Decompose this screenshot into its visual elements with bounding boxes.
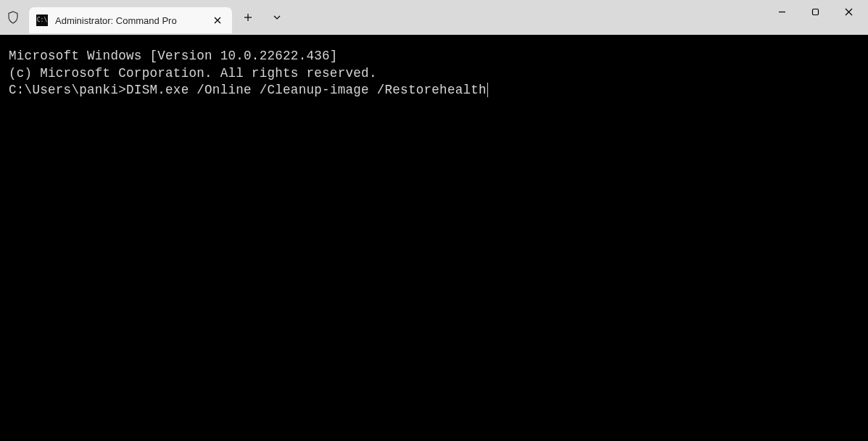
svg-rect-5 [812, 9, 818, 15]
text-cursor [487, 83, 489, 97]
prompt: C:\Users\panki> [9, 83, 126, 97]
tab-title: Administrator: Command Pro [55, 15, 204, 26]
tab-dropdown-button[interactable] [264, 4, 290, 30]
maximize-button[interactable] [798, 0, 832, 23]
close-window-button[interactable] [832, 0, 865, 23]
shield-icon [6, 10, 20, 25]
window-controls [765, 0, 865, 35]
terminal-output[interactable]: Microsoft Windows [Version 10.0.22622.43… [0, 35, 868, 441]
terminal-line: (c) Microsoft Corporation. All rights re… [9, 65, 859, 83]
command-input: DISM.exe /Online /Cleanup-image /Restore… [126, 83, 487, 97]
terminal-line: Microsoft Windows [Version 10.0.22622.43… [9, 48, 859, 65]
minimize-button[interactable] [765, 0, 798, 23]
cmd-icon: C:\ [36, 15, 48, 26]
new-tab-button[interactable] [235, 4, 261, 30]
titlebar: C:\ Administrator: Command Pro [0, 0, 868, 35]
tab-close-button[interactable] [209, 12, 226, 29]
active-tab[interactable]: C:\ Administrator: Command Pro [29, 7, 232, 33]
prompt-line: C:\Users\panki>DISM.exe /Online /Cleanup… [9, 82, 859, 99]
